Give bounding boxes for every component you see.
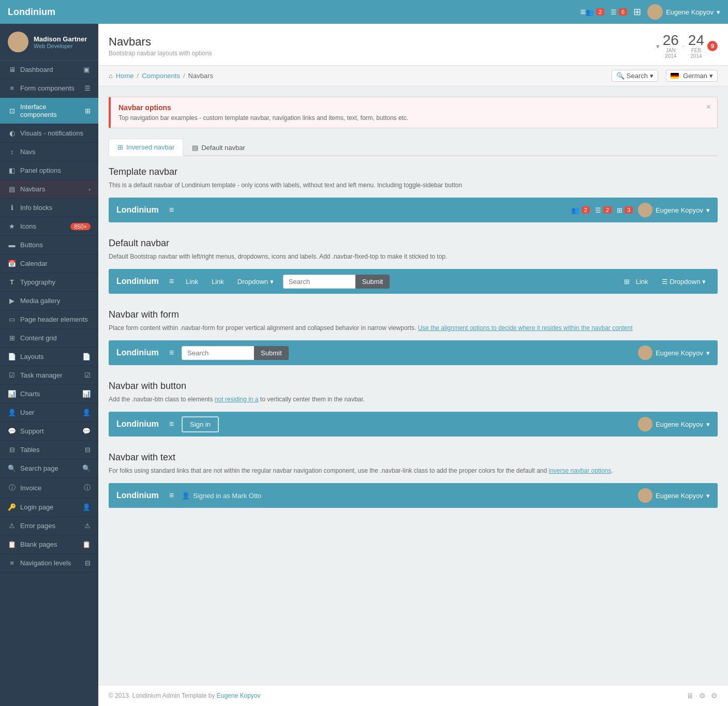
blank-icon2: 📋 xyxy=(82,540,91,548)
sidebar-item-navbars[interactable]: ▤ Navbars › xyxy=(0,180,98,199)
svg-point-8 xyxy=(643,420,648,425)
sidebar-item-error-pages[interactable]: ⚠ Error pages ⚠ xyxy=(0,517,98,535)
sidebar-item-page-header-elements[interactable]: ▭ Page header elements xyxy=(0,310,98,329)
date-range-chevron: ▾ xyxy=(656,42,660,50)
hamburger-icon[interactable]: ≡ xyxy=(580,7,586,18)
demo-sign-in-btn[interactable]: Sign in xyxy=(182,416,219,432)
sidebar-item-panel-options[interactable]: ◧ Panel options xyxy=(0,161,98,180)
monitor-icon: 🖥 xyxy=(8,66,16,73)
demo-right-dropdown[interactable]: ☰ Dropdown ▾ xyxy=(658,269,710,294)
demo-navbar-text: Londinium ≡ 👤 Signed in as Mark Otto Eug… xyxy=(109,483,718,508)
footer-text: © 2013. Londinium Admin Template by Euge… xyxy=(109,692,261,699)
user-icon: 👤 xyxy=(8,409,16,416)
demo-form-submit-btn[interactable]: Submit xyxy=(254,346,288,360)
sidebar-item-task-manager[interactable]: ☑ Task manager ☑ xyxy=(0,366,98,385)
language-dropdown-btn[interactable]: German ▾ xyxy=(666,70,718,82)
tab-default-navbar[interactable]: ▤ Default navbar xyxy=(183,139,254,156)
sidebar-item-navs[interactable]: ↕ Navs xyxy=(0,143,98,161)
sidebar-item-label: Navbars xyxy=(20,185,45,193)
sidebar-item-charts[interactable]: 📊 Charts 📊 xyxy=(0,385,98,403)
grid-icon: ⊞ xyxy=(633,6,641,18)
sidebar-item-user[interactable]: 👤 User 👤 xyxy=(0,403,98,422)
search-chevron-icon: ▾ xyxy=(650,72,653,80)
demo-avatar-text xyxy=(638,488,652,503)
demo-submit-btn[interactable]: Submit xyxy=(355,275,390,289)
sidebar-item-layouts[interactable]: 📄 Layouts 📄 xyxy=(0,348,98,366)
sidebar-item-invoice[interactable]: ⓘ Invoice ⓘ xyxy=(0,478,98,498)
header-list-badge[interactable]: ☰ 6 xyxy=(611,8,627,16)
header-users-badge[interactable]: 👥 2 xyxy=(586,8,604,16)
sidebar-item-blank-pages[interactable]: 📋 Blank pages 📋 xyxy=(0,535,98,554)
sidebar-item-typography[interactable]: T Typography xyxy=(0,273,98,292)
demo-user-name: Eugene Kopyov xyxy=(656,349,703,357)
sidebar-item-buttons[interactable]: ▬ Buttons xyxy=(0,236,98,254)
sidebar-item-label: Panel options xyxy=(20,167,61,174)
tab-inversed-navbar[interactable]: ⊞ Inversed navbar xyxy=(109,139,183,156)
header-user[interactable]: Eugene Kopyov ▾ xyxy=(647,4,720,20)
sidebar-item-visuals-notifications[interactable]: ◐ Visuals - notifications xyxy=(0,124,98,143)
demo-grid-badge[interactable]: ⊞ 3 xyxy=(617,206,633,214)
sidebar-item-support[interactable]: 💬 Support 💬 xyxy=(0,422,98,441)
footer-monitor-icon[interactable]: 🖥 xyxy=(687,692,694,700)
demo-link-1[interactable]: Link xyxy=(182,269,202,294)
demo-user-text[interactable]: Eugene Kopyov ▾ xyxy=(638,488,710,503)
form-icon: ≡ xyxy=(8,84,16,92)
demo-chevron-icon: ▾ xyxy=(706,492,710,500)
breadcrumb-home[interactable]: Home xyxy=(116,72,134,80)
footer-settings-icon[interactable]: ⚙ xyxy=(699,692,706,700)
sidebar-item-navigation-levels[interactable]: ≡ Navigation levels ⊟ xyxy=(0,554,98,573)
sidebar-item-form-components[interactable]: ≡ Form components ☰ xyxy=(0,79,98,98)
demo-hamburger-icon[interactable]: ≡ xyxy=(167,417,176,431)
navbar-form-link[interactable]: Use the alignment options to decide wher… xyxy=(418,324,633,332)
error-icon2: ⚠ xyxy=(84,522,91,530)
navbar-btn-link[interactable]: not residing in a xyxy=(215,396,259,403)
demo-user[interactable]: Eugene Kopyov ▾ xyxy=(638,203,710,217)
demo-hamburger-icon[interactable]: ≡ xyxy=(167,488,176,503)
demo-dropdown[interactable]: Dropdown ▾ xyxy=(233,269,278,294)
sidebar-item-tables[interactable]: ⊟ Tables ⊟ xyxy=(0,441,98,459)
main-content: Navbars Bootstrap navbar layouts with op… xyxy=(98,24,728,706)
header-grid-icon[interactable]: ⊞ xyxy=(633,6,641,18)
demo-grid-count: 3 xyxy=(625,206,633,214)
support-icon: 💬 xyxy=(8,427,16,435)
sidebar-item-label: User xyxy=(20,409,34,416)
sidebar-item-media-gallery[interactable]: ▶ Media gallery xyxy=(0,292,98,310)
demo-user-name: Eugene Kopyov xyxy=(656,206,703,214)
breadcrumb-components[interactable]: Components xyxy=(142,72,180,80)
demo-user-form[interactable]: Eugene Kopyov ▾ xyxy=(638,346,710,360)
sidebar-profile: Madison Gartner Web Developer xyxy=(0,24,98,61)
demo-link-2[interactable]: Link xyxy=(207,269,228,294)
sidebar-item-dashboard[interactable]: 🖥 Dashboard ▣ xyxy=(0,61,98,79)
sidebar-item-info-blocks[interactable]: ℹ Info blocks xyxy=(0,199,98,217)
demo-list-count: 2 xyxy=(603,206,612,214)
date-start-day: 26 xyxy=(663,33,679,48)
demo-avatar xyxy=(638,203,652,217)
sidebar-item-search-page[interactable]: 🔍 Search page 🔍 xyxy=(0,459,98,478)
demo-user-button[interactable]: Eugene Kopyov ▾ xyxy=(638,417,710,431)
sidebar-item-interface-components[interactable]: ⊡ Interface components ⊞ xyxy=(0,98,98,124)
sidebar-item-icons[interactable]: ★ Icons 850+ xyxy=(0,217,98,236)
demo-users-badge[interactable]: 👥 2 xyxy=(571,206,590,214)
demo-list-badge[interactable]: ☰ 2 xyxy=(595,206,612,214)
sidebar-item-content-grid[interactable]: ⊞ Content grid xyxy=(0,329,98,348)
demo-search-input[interactable] xyxy=(283,275,355,289)
demo-hamburger-icon[interactable]: ≡ xyxy=(167,346,176,360)
sidebar-item-calendar[interactable]: 📅 Calendar xyxy=(0,254,98,273)
sidebar-item-login-page[interactable]: 🔑 Login page 👤 xyxy=(0,498,98,517)
demo-hamburger-icon[interactable]: ≡ xyxy=(167,203,176,217)
demo-form-search-input[interactable] xyxy=(182,346,254,360)
search-dropdown-btn[interactable]: 🔍 Search ▾ xyxy=(612,70,658,82)
demo-grid-badge-2[interactable]: ⊞ Link xyxy=(624,269,652,294)
error-icon: ⚠ xyxy=(8,522,16,530)
date-end-day: 24 xyxy=(688,33,704,48)
demo-hamburger-icon[interactable]: ≡ xyxy=(167,274,176,289)
inverse-navbar-link[interactable]: inverse navbar options xyxy=(549,467,612,474)
demo-right-link[interactable]: Link xyxy=(632,269,652,294)
alert-close-button[interactable]: × xyxy=(706,102,711,112)
sidebar-item-label: Dashboard xyxy=(20,66,53,73)
footer-link[interactable]: Eugene Kopyov xyxy=(217,692,261,699)
breadcrumb: ⌂ Home / Components / Navbars xyxy=(109,72,213,80)
footer-gear-icon[interactable]: ⚙ xyxy=(711,692,718,700)
tab-grid-icon: ⊞ xyxy=(117,143,123,151)
page-header-icon: ▭ xyxy=(8,316,16,323)
